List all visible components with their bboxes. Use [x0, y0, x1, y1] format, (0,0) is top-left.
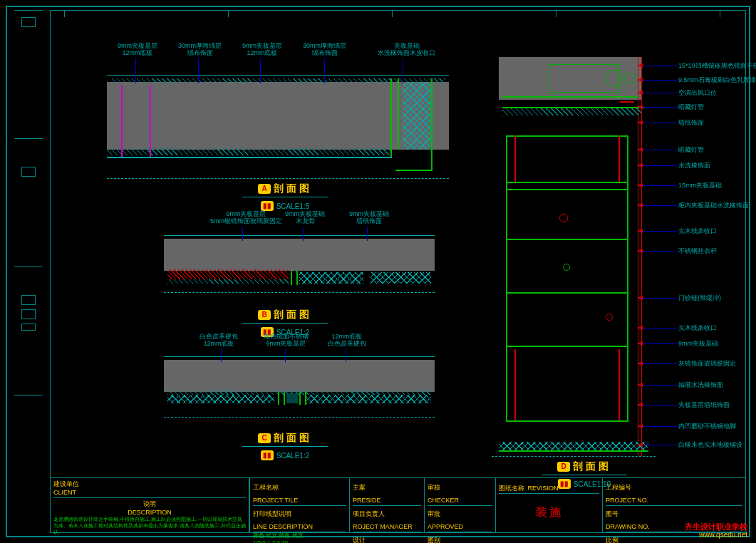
section-c [164, 349, 435, 428]
title-block: 工程名称PROJECT TILE 打印线型说明LINE DESCRIPTION … [249, 477, 746, 533]
label: 白色皮革硬包12mm底板 [200, 333, 238, 348]
label: 黑色镜面不锈钢9mm夹板基层 [264, 333, 309, 348]
note-box: 建设单位CLIENT 说明DESCRIPTION 龙虎塘路街道设计部之手绘稿,不… [50, 477, 249, 533]
label: 9mm夹板基础木龙骨 [285, 211, 325, 225]
label: 30mm厚海绵层绒布饰面 [178, 43, 222, 57]
watermark: 齐生设计职业学校 www.qsedu.net [685, 522, 747, 539]
label: 9mm夹板基层12mm底板 [118, 43, 157, 57]
label: 9mm夹板基础墙纸饰面 [349, 211, 389, 225]
section-b [164, 228, 435, 306]
section-d [499, 57, 670, 456]
label: 30mm厚海绵层绒布饰面 [303, 43, 346, 57]
section-a [107, 64, 449, 178]
side-ruler [14, 10, 43, 533]
section-a-title: A剖面图 ▮▮SCALE1:5 [242, 182, 328, 212]
label: 夹板基础水洗橡饰面木皮收口 [378, 43, 435, 57]
label: 9mm夹板基层12mm底板 [242, 43, 282, 57]
top-ruler [50, 14, 746, 21]
label: 9mm夹板基层5mm银镜饰面玻璃胶固定 [210, 211, 282, 225]
label: 12mm底板白色皮革硬包 [328, 333, 366, 348]
section-c-title: C剖面图 ▮▮SCALE1:2 [242, 431, 328, 461]
